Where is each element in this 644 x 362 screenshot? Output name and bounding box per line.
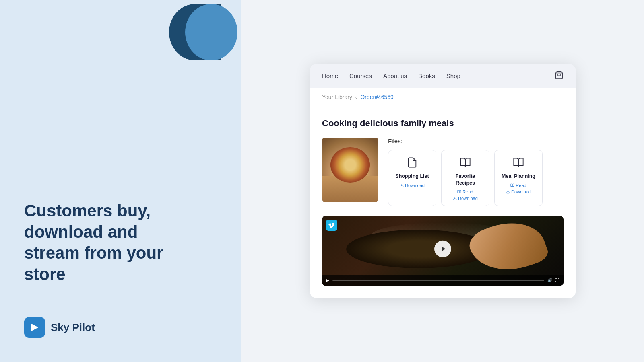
nav-links: Home Courses About us Books Shop	[322, 72, 555, 79]
breadcrumb-separator: ‹	[355, 94, 357, 100]
file-card-shopping-list: Shopping List Download	[388, 150, 436, 206]
circle-blue	[185, 4, 237, 60]
file-actions-meal-planning: Read Download	[500, 183, 537, 194]
file-name-meal-planning: Meal Planning	[502, 173, 535, 179]
fullscreen-icon[interactable]: ⛶	[555, 278, 559, 282]
files-section: Files: Shopping List	[388, 138, 564, 206]
brand: Sky Pilot	[24, 317, 242, 338]
play-button[interactable]	[434, 241, 451, 257]
download-button-favorite-recipes[interactable]: Download	[453, 196, 478, 201]
headline: Customers buy, download and stream from …	[24, 200, 197, 285]
nav-home[interactable]: Home	[322, 72, 338, 79]
left-panel: Customers buy, download and stream from …	[0, 0, 242, 362]
pan-visual	[346, 230, 491, 268]
brand-icon	[24, 317, 45, 338]
files-grid: Shopping List Download	[388, 150, 564, 206]
file-card-favorite-recipes: Favorite Recipes Read Download	[441, 150, 489, 206]
read-button-meal-planning[interactable]: Read	[510, 183, 526, 188]
read-button-favorite-recipes[interactable]: Read	[457, 189, 473, 194]
play-icon	[440, 246, 447, 252]
skypilot-logo-icon	[29, 322, 40, 333]
right-panel: Home Courses About us Books Shop Your Li…	[242, 0, 644, 362]
product-image	[322, 138, 378, 202]
video-progress-bar[interactable]	[332, 280, 544, 281]
breadcrumb-library[interactable]: Your Library	[322, 94, 352, 100]
download-button-meal-planning[interactable]: Download	[506, 189, 531, 194]
file-icon-meal-planning	[513, 157, 524, 170]
nav-about[interactable]: About us	[383, 72, 407, 79]
file-icon-shopping-list	[407, 157, 418, 170]
brand-name: Sky Pilot	[51, 321, 95, 334]
product-row: Files: Shopping List	[322, 138, 564, 206]
vimeo-badge	[326, 220, 337, 231]
svg-marker-5	[442, 247, 445, 251]
product-title: Cooking delicious family meals	[322, 118, 564, 129]
file-name-favorite-recipes: Favorite Recipes	[447, 173, 483, 186]
video-player[interactable]: ▶ 🔊 ⛶	[322, 216, 564, 286]
nav-books[interactable]: Books	[418, 72, 435, 79]
pizza-background	[322, 138, 378, 202]
video-play-control[interactable]: ▶	[326, 278, 329, 282]
file-actions-favorite-recipes: Read Download	[447, 189, 483, 201]
breadcrumb-current: Order#46569	[360, 94, 394, 100]
vimeo-icon	[328, 222, 335, 228]
download-button-shopping-list[interactable]: Download	[400, 183, 425, 188]
breadcrumb: Your Library ‹ Order#46569	[310, 88, 576, 106]
nav-bar: Home Courses About us Books Shop	[310, 64, 576, 88]
decorative-circles	[169, 0, 242, 64]
file-icon-favorite-recipes	[460, 157, 471, 170]
cart-icon[interactable]	[555, 71, 564, 81]
file-actions-shopping-list: Download	[394, 183, 430, 188]
video-controls: ▶ 🔊 ⛶	[322, 275, 564, 286]
pizza-toppings	[330, 147, 370, 183]
file-name-shopping-list: Shopping List	[395, 173, 429, 179]
volume-icon[interactable]: 🔊	[547, 278, 552, 282]
file-card-meal-planning: Meal Planning Read Download	[494, 150, 543, 206]
browser-window: Home Courses About us Books Shop Your Li…	[310, 64, 576, 298]
content-area: Cooking delicious family meals Files:	[310, 106, 576, 298]
svg-marker-0	[31, 324, 39, 331]
nav-courses[interactable]: Courses	[349, 72, 372, 79]
nav-shop[interactable]: Shop	[446, 72, 460, 79]
files-label: Files:	[388, 138, 564, 144]
